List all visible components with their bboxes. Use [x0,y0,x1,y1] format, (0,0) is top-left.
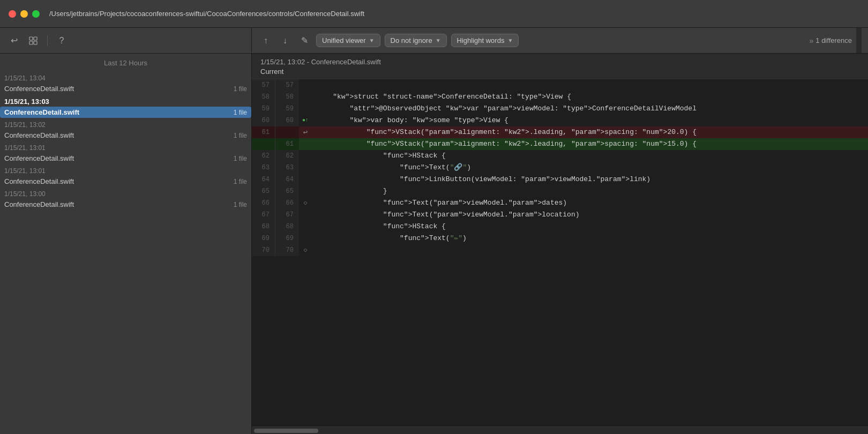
line-gutter [299,174,312,185]
line-content [312,79,868,91]
line-gutter [299,233,312,244]
line-num-left: 70 [252,244,275,256]
line-num-left: 65 [252,185,275,197]
line-num-right: 65 [275,185,299,197]
history-file-5[interactable]: ConferenceDetail.swift1 file [0,199,251,210]
line-num-left: 62 [252,150,275,162]
code-line: 6464 "func">LinkButton(viewModel: "param… [252,174,868,185]
line-num-left: 66 [252,197,275,209]
sidebar-toolbar: ↩ ? [0,28,251,54]
unified-viewer-dropdown[interactable]: Unified viewer ▼ [316,34,380,47]
line-content: "func">HStack { [312,221,868,233]
svg-rect-1 [34,37,37,40]
highlight-label: Highlight words [457,36,505,44]
line-num-right: 69 [275,233,299,244]
highlight-dropdown[interactable]: Highlight words ▼ [451,34,519,47]
bottom-scrollbar[interactable] [252,426,868,434]
main-layout: ↩ ? Last 12 Hours 1/15/21, 13:04Conferen… [0,28,868,434]
history-timestamp-3: 1/15/21, 13:01 [0,141,251,153]
history-file-count-3: 1 file [234,155,247,162]
svg-rect-3 [34,41,37,44]
code-line: 61 "func">VStack("param">alignment: "kw2… [252,138,868,150]
sidebar: ↩ ? Last 12 Hours 1/15/21, 13:04Conferen… [0,28,252,434]
code-line: 5959 "attr">@ObservedObject "kw">var "pa… [252,103,868,115]
ignore-arrow: ▼ [436,38,441,43]
line-gutter: ●↑ [299,115,312,126]
code-line: 5757 [252,79,868,91]
line-num-left: 69 [252,233,275,244]
ignore-dropdown[interactable]: Do not ignore ▼ [385,34,447,47]
unified-viewer-arrow: ▼ [369,38,375,43]
navigate-up-button[interactable]: ↑ [258,33,273,48]
history-file-1[interactable]: ConferenceDetail.swift1 file [0,107,251,118]
sidebar-items[interactable]: 1/15/21, 13:04ConferenceDetail.swift1 fi… [0,71,251,434]
history-file-count-5: 1 file [234,201,247,208]
undo-button[interactable]: ↩ [6,33,21,48]
diff-file-header: 1/15/21, 13:02 - ConferenceDetail.swift … [252,54,868,79]
line-gutter [299,221,312,233]
line-num-right: 58 [275,91,299,103]
right-panel: ↑ ↓ ✎ Unified viewer ▼ Do not ignore ▼ H… [252,28,868,434]
close-button[interactable] [9,10,16,18]
line-num-right: 57 [275,79,299,91]
history-file-2[interactable]: ConferenceDetail.swift1 file [0,130,251,141]
minimize-button[interactable] [20,10,28,18]
history-timestamp-0: 1/15/21, 13:04 [0,71,251,83]
code-line: 6666◇ "func">Text("param">viewModel."par… [252,197,868,209]
diff-arrows-icon: » [810,36,814,45]
line-gutter: ◇ [299,197,312,209]
line-gutter [299,79,312,91]
line-num-right: 63 [275,162,299,174]
svg-rect-0 [29,37,33,40]
line-content [312,244,868,256]
history-timestamp-1: 1/15/21, 13:03 [0,94,251,107]
line-num-right: 60 [275,115,299,126]
line-content: "kw">var body: "kw">some "type">View { [312,115,868,126]
line-num-right: 66 [275,197,299,209]
diff-toolbar: ↑ ↓ ✎ Unified viewer ▼ Do not ignore ▼ H… [252,28,868,54]
sidebar-header: Last 12 Hours [0,54,251,71]
help-button[interactable]: ? [54,33,69,48]
history-file-name-4: ConferenceDetail.swift [4,177,74,185]
traffic-lights [9,10,40,18]
line-content: "kw">struct "struct-name">ConferenceDeta… [312,91,868,103]
line-content: "func">Text("param">viewModel."param">lo… [312,209,868,221]
line-num-right: 70 [275,244,299,256]
ignore-label: Do not ignore [391,36,432,44]
right-scrollbar-top [856,28,862,53]
history-file-name-1: ConferenceDetail.swift [4,108,79,116]
history-file-name-5: ConferenceDetail.swift [4,200,74,208]
maximize-button[interactable] [32,10,40,18]
line-num-left: 60 [252,115,275,126]
history-file-count-0: 1 file [234,85,247,93]
code-area[interactable]: 57575858 "kw">struct "struct-name">Confe… [252,79,868,426]
line-num-right [275,126,299,138]
titlebar: /Users/jetbrains/Projects/cocoaconferenc… [0,0,868,28]
line-gutter [299,162,312,174]
history-file-count-2: 1 file [234,132,247,139]
code-line: 6060●↑ "kw">var body: "kw">some "type">V… [252,115,868,126]
scroll-thumb[interactable] [254,429,318,433]
code-line: 6969 "func">Text("✏️") [252,233,868,244]
navigate-down-button[interactable]: ↓ [278,33,293,48]
line-num-right: 64 [275,174,299,185]
history-file-3[interactable]: ConferenceDetail.swift1 file [0,153,251,164]
line-gutter: ◇ [299,244,312,256]
diff-file-timestamp: 1/15/21, 13:02 - ConferenceDetail.swift [260,58,859,66]
code-line: 6767 "func">Text("param">viewModel."para… [252,209,868,221]
line-num-left [252,138,275,150]
code-line: 61↩ "func">VStack("param">alignment: "kw… [252,126,868,138]
history-file-4[interactable]: ConferenceDetail.swift1 file [0,176,251,187]
edit-button[interactable]: ✎ [297,33,312,48]
line-content: "func">Text("param">viewModel."param">da… [312,197,868,209]
line-content: "func">Text("✏️") [312,233,868,244]
diff-count-label: 1 difference [815,36,852,44]
history-view-button[interactable] [26,33,41,48]
history-file-0[interactable]: ConferenceDetail.swift1 file [0,83,251,94]
line-num-left: 59 [252,103,275,115]
code-line: 5858 "kw">struct "struct-name">Conferenc… [252,91,868,103]
line-gutter [299,91,312,103]
toolbar-divider [47,35,48,46]
code-line: 6565 } [252,185,868,197]
line-gutter [299,103,312,115]
